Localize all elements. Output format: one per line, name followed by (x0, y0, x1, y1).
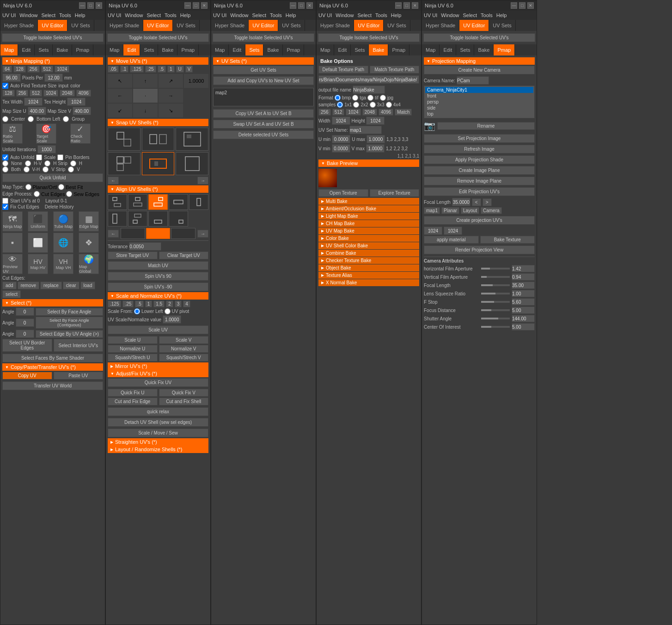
camera-ninjacity1[interactable]: Camera_NinjaCity1 (425, 87, 533, 93)
ratio-scale-btn[interactable]: ⚖ Ratio Scale (2, 123, 23, 144)
move-5[interactable]: .5 (158, 66, 166, 73)
v-film-slider[interactable] (481, 276, 510, 278)
align-arr-right[interactable]: → (197, 230, 208, 238)
create-image-plane-btn[interactable]: Create Image Plane (424, 166, 535, 175)
select-section[interactable]: ▼ Select (*) (2, 299, 103, 306)
subtab-bake-5[interactable]: Bake (474, 44, 494, 55)
edit-projection-uvs-btn[interactable]: Edit Projection UV's (424, 187, 535, 196)
snap-section[interactable]: ▼ Snap UV Shells (*) (108, 119, 208, 126)
check-ratio-btn[interactable]: ✓ Check Ratio (70, 123, 91, 144)
maximize-btn-2[interactable]: □ (193, 2, 199, 9)
sets-section[interactable]: ▼ UV Sets (*) (213, 57, 314, 65)
checker-texture-row[interactable]: ▶Checker Texture Bake (318, 257, 419, 264)
vmax-input[interactable] (366, 144, 385, 153)
tab-uvsets-1[interactable]: UV Sets (67, 20, 94, 31)
pixels-per-input[interactable] (2, 74, 21, 82)
num-64[interactable]: 64 (2, 66, 12, 73)
camera-side[interactable]: side (425, 105, 533, 111)
subtab-map-1[interactable]: Map (0, 44, 18, 55)
uv-map-row[interactable]: ▶UV Map Bake (318, 227, 419, 234)
menu-tools-2[interactable]: Tools (165, 12, 177, 18)
icon7-btn[interactable]: 🌐 (53, 233, 73, 253)
arrow-upleft[interactable]: ↖ (108, 74, 132, 88)
bake-texture-btn[interactable]: Bake Texture (480, 236, 535, 244)
default-texture-path-btn[interactable]: Default Texture Path (318, 66, 368, 74)
align-section[interactable]: ▼ Align UV Shells (*) (108, 185, 208, 193)
subtab-map-2[interactable]: Map (106, 44, 123, 55)
arrow-downleft[interactable]: ↙ (108, 104, 132, 117)
minimize-btn-1[interactable]: — (79, 2, 86, 9)
arrow-downright[interactable]: ↘ (159, 104, 183, 117)
menu-window-3[interactable]: Window (230, 12, 248, 18)
multi-bake-row[interactable]: ▶Multi Bake (318, 198, 419, 205)
match-uv-btn[interactable]: Match UV (108, 261, 208, 270)
width-input[interactable] (332, 116, 350, 125)
menu-tools-3[interactable]: Tools (270, 12, 282, 18)
radio-vstrip[interactable] (43, 166, 49, 172)
toggle-isolate-4[interactable]: Toggle Isolate Selected UV's (318, 33, 420, 42)
snap-thumb-5[interactable] (142, 152, 175, 175)
path-input[interactable] (318, 75, 419, 84)
radio-tif[interactable] (367, 95, 373, 101)
tolerance-input[interactable] (129, 242, 161, 251)
color-bake-row[interactable]: ▶Color Bake (318, 235, 419, 242)
select-uv-border-btn[interactable]: Select UV Border Edges (2, 339, 52, 352)
tex-4096[interactable]: 4096 (76, 90, 91, 97)
tab-hypershade-3[interactable]: Hyper Shade (211, 20, 249, 31)
tube-map-btn[interactable]: 🔵 Tube Map (53, 211, 73, 232)
select-same-shader-btn[interactable]: Select Faces By Same Shader (2, 354, 103, 362)
align-bc[interactable] (148, 211, 168, 227)
scale-5[interactable]: .5 (135, 300, 143, 307)
add-btn[interactable]: add (2, 282, 17, 289)
unfold-input[interactable] (37, 145, 56, 153)
select-by-face-angle-btn[interactable]: Select By Face Angle (36, 308, 103, 316)
proj-planar[interactable]: Planar (441, 207, 459, 214)
select-edge-uv-angle-btn[interactable]: Select Edge By UV Angle (>) (36, 330, 103, 338)
toggle-isolate-5[interactable]: Toggle Isolate Selected UV's (423, 33, 535, 42)
radio-uv-pivot[interactable] (165, 308, 171, 314)
focus-dist-input[interactable] (512, 306, 535, 314)
clear-btn[interactable]: clear (63, 282, 79, 289)
fix-cut-cb[interactable] (2, 204, 8, 210)
subtab-bake-1[interactable]: Bake (53, 44, 72, 55)
menu-select-2[interactable]: Select (147, 12, 161, 18)
subtab-sets-2[interactable]: Sets (140, 44, 158, 55)
move-125[interactable]: .125 (130, 66, 143, 73)
proj-layout[interactable]: Layout (461, 207, 479, 214)
quick-relax-btn[interactable]: quick relax (108, 407, 208, 416)
tab-hypershade-5[interactable]: Hyper Shade (422, 20, 459, 31)
get-uv-sets-btn[interactable]: Get UV Sets (213, 66, 314, 74)
radio-both[interactable] (2, 166, 8, 172)
spin-uvs-90-btn[interactable]: Spin UV's 90 (108, 272, 208, 281)
proj-h-input[interactable] (444, 227, 462, 235)
radio-bestfit[interactable] (58, 184, 64, 190)
bake-2048[interactable]: 2048 (362, 109, 377, 116)
arrow-up[interactable]: ↑ (133, 74, 158, 88)
toggle-isolate-1[interactable]: Toggle Isolate Selected UV's (2, 33, 104, 42)
clear-target-uv-btn[interactable]: Clear Target UV (159, 251, 209, 259)
replace-btn[interactable]: replace (40, 282, 62, 289)
tab-uveditor-2[interactable]: UV Editor (143, 20, 173, 31)
scale-4[interactable]: 4 (183, 300, 190, 307)
refresh-image-btn[interactable]: Refresh Image (424, 145, 535, 153)
mini-1[interactable] (121, 228, 145, 239)
focus-dist-slider[interactable] (481, 309, 510, 311)
tex-2048[interactable]: 2048 (60, 90, 74, 97)
arrow-down[interactable]: ↓ (133, 104, 158, 117)
radio-3x3[interactable] (370, 102, 376, 108)
radio-vh[interactable] (24, 166, 30, 172)
radio-jpg[interactable] (380, 95, 386, 101)
auto-find-cb[interactable] (2, 83, 8, 89)
tab-hypershade-2[interactable]: Hyper Shade (106, 20, 143, 31)
snap-right[interactable]: → (197, 177, 208, 184)
bake-4096[interactable]: 4096 (379, 109, 393, 116)
normalize-v-btn[interactable]: Normalize V (159, 345, 209, 353)
select-cut-btn[interactable]: select (2, 290, 21, 298)
menu-window-2[interactable]: Window (125, 12, 143, 18)
subtab-bake-2[interactable]: Bake (158, 44, 177, 55)
menu-select-1[interactable]: Select (41, 12, 55, 18)
h-film-slider[interactable] (481, 268, 510, 270)
f-stop-slider[interactable] (481, 301, 510, 303)
subtab-sets-1[interactable]: Sets (35, 44, 53, 55)
focal-length-input[interactable] (452, 198, 470, 206)
